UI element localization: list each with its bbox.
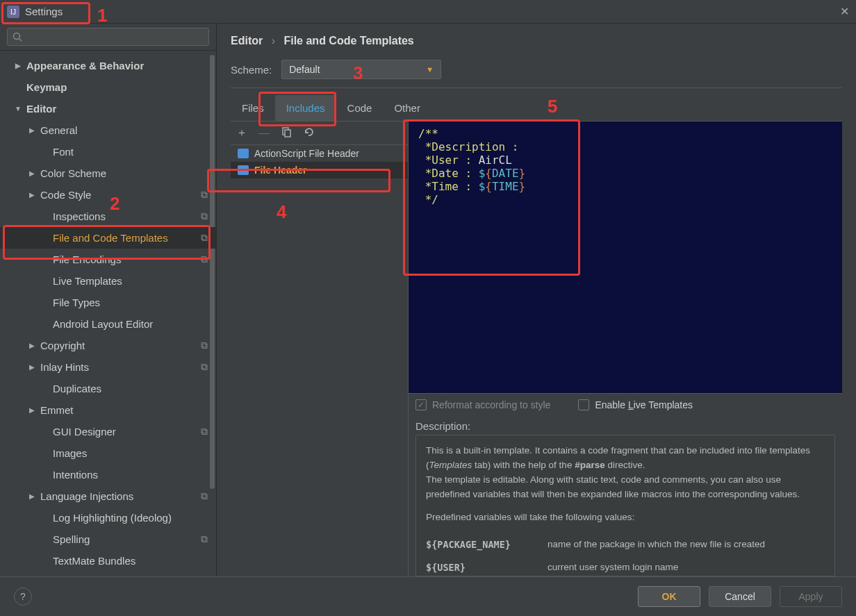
chevron-right-icon: ▶ [28,126,36,134]
svg-point-2 [14,33,20,40]
sidebar-item-copyright[interactable]: ▶Copyright⧉ [0,335,216,356]
code-token: $ [479,167,486,180]
sidebar-item-label: File Encodings [53,253,121,265]
sidebar-item-images[interactable]: ▶Images [0,442,216,464]
search-icon [13,32,22,44]
checkbox-icon: ✓ [415,399,427,410]
sidebar-item-keymap[interactable]: ▶Keymap [0,76,216,98]
sidebar-item-spelling[interactable]: ▶Spelling⧉ [0,528,216,550]
svg-line-3 [19,39,22,41]
project-scope-icon: ⧉ [201,340,208,351]
sidebar-item-editor[interactable]: ▼Editor [0,98,216,119]
template-item[interactable]: File Header [231,162,408,178]
sidebar-item-inlay-hints[interactable]: ▶Inlay Hints⧉ [0,356,216,378]
sidebar-item-file-types[interactable]: ▶File Types [0,292,216,313]
template-toolbar: ＋ — [231,122,408,145]
code-token: } [519,167,526,180]
variables-table: ${PACKAGE_NAME}name of the package in wh… [426,533,825,576]
sidebar-item-language-injections[interactable]: ▶Language Injections⧉ [0,485,216,507]
project-scope-icon: ⧉ [201,490,208,502]
template-item[interactable]: ActionScript File Header [231,145,408,162]
variable-row: ${USER}current user system login name [426,556,825,576]
sidebar-item-general[interactable]: ▶General [0,119,216,141]
help-button[interactable]: ? [14,588,32,606]
breadcrumb-a: Editor [231,35,263,47]
sidebar-item-font[interactable]: ▶Font [0,141,216,163]
tab-files[interactable]: Files [231,95,275,121]
sidebar-item-label: Editor [26,103,56,115]
editor-options: ✓ Reformat according to style Enable Liv… [409,394,842,416]
undo-icon[interactable] [303,126,314,140]
sidebar-item-label: Color Scheme [40,167,106,179]
reformat-checkbox[interactable]: ✓ Reformat according to style [415,399,550,410]
titlebar: IJ Settings ✕ [0,0,856,24]
remove-icon[interactable]: — [258,127,270,140]
project-scope-icon: ⧉ [201,361,208,373]
enable-live-templates-checkbox[interactable]: Enable Live Templates [578,399,693,410]
chevron-right-icon: ▶ [28,342,36,349]
tab-other[interactable]: Other [383,95,431,121]
sidebar-item-gui-designer[interactable]: ▶GUI Designer⧉ [0,421,216,442]
sidebar-item-label: File Types [53,297,100,308]
apply-button: Apply [780,586,842,607]
sidebar-item-duplicates[interactable]: ▶Duplicates [0,378,216,399]
scheme-select[interactable]: Default ▼ [281,60,441,79]
sidebar-item-label: File and Code Templates [53,232,168,244]
code-token: { [485,180,492,193]
enable-live-label: Enable Live Templates [595,399,693,410]
sidebar-item-label: Live Templates [53,275,122,287]
template-editor[interactable]: /** *Description : *User : AirCL *Date :… [409,122,842,394]
chevron-right-icon: ▶ [28,169,36,177]
sidebar-item-emmet[interactable]: ▶Emmet [0,399,216,421]
code-token: *User : [418,153,479,167]
sidebar-item-label: Code Style [40,189,91,201]
sidebar-item-textmate-bundles[interactable]: ▶TextMate Bundles [0,550,216,572]
sidebar-item-label: Font [53,146,74,158]
sidebar-item-appearance-behavior[interactable]: ▶Appearance & Behavior [0,55,216,76]
sidebar-item-color-scheme[interactable]: ▶Color Scheme [0,163,216,184]
sidebar-item-label: Copyright [40,340,85,351]
template-list[interactable]: ActionScript File HeaderFile Header [231,145,408,576]
sidebar-item-intentions[interactable]: ▶Intentions [0,464,216,485]
window-title: Settings [25,6,840,17]
close-icon[interactable]: ✕ [840,5,849,18]
sidebar-item-label: Android Layout Editor [53,318,153,330]
sidebar-item-label: Spelling [53,533,90,545]
sidebar-item-label: Inlay Hints [40,361,89,373]
settings-search-input[interactable] [7,28,209,46]
description-p1: This is a built-in template. It contains… [426,444,825,473]
variable-desc: current user system login name [548,560,825,575]
add-icon[interactable]: ＋ [236,126,247,140]
scheme-row: Scheme: Default ▼ [231,60,842,88]
sidebar-item-live-templates[interactable]: ▶Live Templates [0,270,216,292]
chevron-right-icon: › [272,35,275,47]
sidebar-item-label: Duplicates [53,383,101,394]
checkbox-icon [578,399,589,410]
dialog-footer: ? OK Cancel Apply [0,576,856,615]
chevron-down-icon: ▼ [426,65,434,74]
description-box: This is a built-in template. It contains… [415,435,835,576]
sidebar-item-inspections[interactable]: ▶Inspections⧉ [0,206,216,227]
svg-text:IJ: IJ [10,8,16,16]
cancel-button[interactable]: Cancel [709,586,771,607]
project-scope-icon: ⧉ [201,189,208,201]
sidebar-item-label: Appearance & Behavior [26,60,144,72]
code-token: { [485,167,492,180]
tab-code[interactable]: Code [336,95,384,121]
settings-sidebar: ▶Appearance & Behavior▶Keymap▼Editor▶Gen… [0,24,217,576]
variable-desc: name of the package in which the new fil… [548,538,825,552]
copy-icon[interactable] [281,126,292,140]
ok-button[interactable]: OK [638,586,700,607]
content-panel: Editor › File and Code Templates Scheme:… [217,24,856,576]
sidebar-item-log-highlighting-ideolog-[interactable]: ▶Log Highlighting (Ideolog) [0,507,216,528]
sidebar-item-android-layout-editor[interactable]: ▶Android Layout Editor [0,313,216,335]
sidebar-item-code-style[interactable]: ▶Code Style⧉ [0,184,216,206]
sidebar-item-label: Intentions [53,469,98,481]
code-token: AirCL [479,153,512,167]
tab-includes[interactable]: Includes [275,95,336,121]
template-list-panel: ＋ — ActionScript File HeaderFile Header [231,122,409,576]
settings-tree[interactable]: ▶Appearance & Behavior▶Keymap▼Editor▶Gen… [0,51,216,576]
sidebar-item-file-and-code-templates[interactable]: ▶File and Code Templates⧉ [0,227,216,249]
code-token: TIME [492,180,519,193]
sidebar-item-file-encodings[interactable]: ▶File Encodings⧉ [0,249,216,270]
